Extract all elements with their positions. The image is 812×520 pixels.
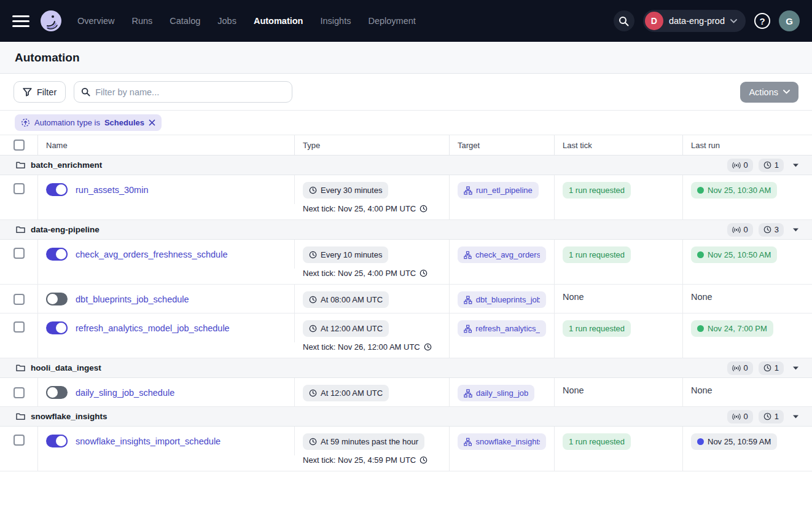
last-run-pill[interactable]: Nov 24, 7:00 PM (691, 320, 773, 337)
target-job-link[interactable]: check_avg_orders_ (458, 246, 546, 263)
actions-button[interactable]: Actions (740, 82, 798, 103)
deployment-name: data-eng-prod (669, 16, 725, 26)
nav-item-overview[interactable]: Overview (77, 16, 114, 26)
last-tick-label: 1 run requested (569, 250, 625, 259)
folder-icon (16, 412, 25, 420)
group-expand-caret[interactable] (793, 163, 798, 167)
deployment-switcher[interactable]: D data-eng-prod (643, 10, 746, 32)
schedule-toggle[interactable] (46, 386, 68, 399)
target-job-label: run_etl_pipeline (476, 186, 533, 195)
target-job-link[interactable]: snowflake_insights (458, 433, 546, 450)
clock-icon (420, 456, 427, 464)
schedule-name-link[interactable]: run_assets_30min (76, 185, 149, 195)
row-checkbox[interactable] (14, 435, 25, 446)
last-run-pill[interactable]: Nov 25, 10:50 AM (691, 246, 777, 263)
schedule-row: daily_sling_job_schedule At 12:00 AM UTC… (0, 378, 812, 407)
schedule-name-link[interactable]: dbt_blueprints_job_schedule (76, 294, 189, 304)
type-cell: Every 10 minutes Next tick: Nov 25, 4:00… (295, 240, 450, 284)
schedule-toggle[interactable] (46, 435, 68, 447)
nav-item-automation[interactable]: Automation (254, 16, 303, 26)
schedule-row: run_assets_30min Every 30 minutes Next t… (0, 175, 812, 220)
folder-icon (16, 161, 25, 169)
target-cell: dbt_blueprints_job (450, 285, 555, 313)
name-filter-input[interactable] (95, 87, 285, 97)
target-job-link[interactable]: run_etl_pipeline (458, 182, 539, 199)
select-all-checkbox[interactable] (14, 140, 25, 151)
clock-icon (420, 269, 427, 277)
target-cell: check_avg_orders_ (450, 240, 555, 284)
dagster-logo-icon[interactable] (38, 8, 64, 34)
target-job-link[interactable]: dbt_blueprints_job (458, 291, 546, 308)
user-avatar[interactable]: G (779, 10, 800, 31)
group-expand-caret[interactable] (793, 366, 798, 370)
actions-button-label: Actions (749, 87, 778, 97)
schedule-count-badge: 1 (759, 410, 784, 423)
last-tick-cell: 1 run requested (555, 240, 683, 284)
target-job-link[interactable]: refresh_analytics_r (458, 320, 546, 337)
search-button[interactable] (614, 10, 634, 31)
column-header-type: Type (295, 135, 450, 155)
nav-item-deployment[interactable]: Deployment (368, 16, 415, 26)
last-tick-cell: 1 run requested (555, 313, 683, 358)
last-run-pill[interactable]: Nov 25, 10:59 AM (691, 433, 777, 450)
schedule-row: dbt_blueprints_job_schedule At 08:00 AM … (0, 285, 812, 313)
filter-chip-prefix: Automation type is (34, 118, 100, 127)
folder-icon (16, 226, 25, 234)
target-cell: run_etl_pipeline (450, 175, 555, 219)
filter-button[interactable]: Filter (14, 81, 66, 103)
sensor-icon (732, 226, 741, 234)
schedule-name-link[interactable]: refresh_analytics_model_job_schedule (76, 323, 230, 333)
nav-item-jobs[interactable]: Jobs (217, 16, 236, 26)
last-run-pill[interactable]: Nov 25, 10:30 AM (691, 182, 777, 199)
group-name: data-eng-pipeline (31, 225, 100, 234)
sensor-count-badge: 0 (727, 410, 753, 423)
last-run-label: Nov 25, 10:50 AM (708, 250, 771, 259)
row-checkbox[interactable] (14, 387, 25, 398)
schedule-toggle[interactable] (46, 183, 68, 196)
schedule-name-link[interactable]: check_avg_orders_freshness_schdule (76, 250, 227, 259)
last-tick-label: 1 run requested (569, 186, 625, 195)
sensor-count: 0 (744, 225, 748, 234)
clock-icon (420, 205, 427, 213)
type-cell: At 12:00 AM UTC (295, 378, 450, 407)
filter-chip-value: Schedules (104, 118, 144, 127)
cron-pill: Every 10 minutes (303, 246, 388, 263)
last-tick-label: 1 run requested (569, 437, 625, 446)
row-checkbox[interactable] (14, 183, 25, 194)
group-name: hooli_data_ingest (31, 363, 101, 372)
row-checkbox[interactable] (14, 248, 25, 259)
table-header: Name Type Target Last tick Last run (0, 135, 812, 156)
schedule-toggle[interactable] (46, 293, 68, 305)
clock-icon (309, 251, 317, 259)
hamburger-menu-icon[interactable] (12, 12, 29, 30)
column-header-target: Target (450, 135, 555, 155)
last-tick-label: 1 run requested (569, 324, 625, 333)
target-job-label: check_avg_orders_ (475, 250, 540, 259)
job-icon (464, 325, 472, 333)
close-icon[interactable] (149, 119, 155, 126)
last-tick-none: None (563, 292, 584, 302)
sensor-count: 0 (744, 160, 748, 170)
schedule-toggle[interactable] (46, 321, 68, 334)
schedule-count: 1 (775, 160, 779, 170)
last-run-cell: None (683, 378, 812, 407)
row-checkbox[interactable] (14, 294, 25, 305)
schedule-toggle[interactable] (46, 248, 68, 261)
chevron-down-icon (730, 19, 737, 23)
nav-item-catalog[interactable]: Catalog (170, 16, 200, 26)
last-run-cell: None (683, 285, 812, 313)
cron-pill: At 08:00 AM UTC (303, 291, 389, 308)
target-job-link[interactable]: daily_sling_job (458, 385, 534, 401)
group-expand-caret[interactable] (793, 228, 798, 232)
schedule-count: 1 (775, 363, 779, 372)
help-button[interactable]: ? (754, 13, 770, 29)
schedule-name-link[interactable]: snowflake_insights_import_schedule (76, 436, 221, 446)
schedule-name-link[interactable]: daily_sling_job_schedule (76, 388, 174, 398)
nav-item-runs[interactable]: Runs (131, 16, 152, 26)
group-row: batch_enrichment 0 1 (0, 156, 812, 175)
next-tick-label: Next tick: Nov 25, 4:00 PM UTC (303, 269, 416, 278)
row-checkbox[interactable] (14, 321, 25, 333)
automation-type-filter-chip[interactable]: Automation type is Schedules (15, 114, 162, 131)
group-expand-caret[interactable] (793, 415, 798, 419)
nav-item-insights[interactable]: Insights (320, 16, 351, 26)
